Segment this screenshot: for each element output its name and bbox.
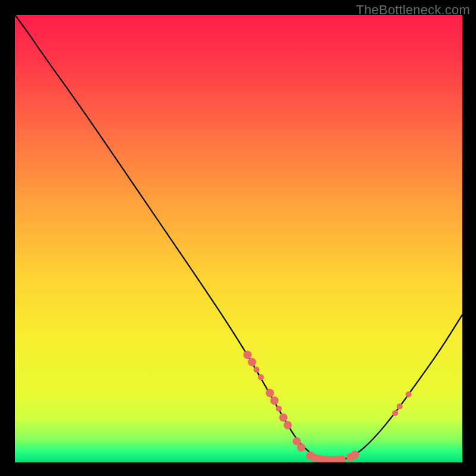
benchmark-point: [258, 374, 264, 380]
benchmark-point: [397, 403, 403, 409]
benchmark-point: [297, 443, 305, 452]
benchmark-point: [276, 406, 282, 412]
benchmark-point: [406, 392, 412, 397]
benchmark-point: [243, 351, 252, 359]
benchmark-point: [392, 410, 398, 416]
watermark-text: TheBottleneck.com: [356, 2, 470, 18]
benchmark-point: [248, 358, 256, 367]
benchmark-point: [266, 389, 274, 397]
benchmark-point: [270, 396, 278, 405]
benchmark-point: [351, 450, 359, 459]
benchmark-point: [284, 421, 292, 430]
benchmark-point: [279, 414, 287, 422]
chart-frame: TheBottleneck.com: [0, 0, 476, 476]
plot-area: [15, 15, 462, 462]
gradient-background: [15, 15, 462, 462]
chart-svg: [15, 15, 462, 462]
benchmark-point: [253, 367, 259, 372]
